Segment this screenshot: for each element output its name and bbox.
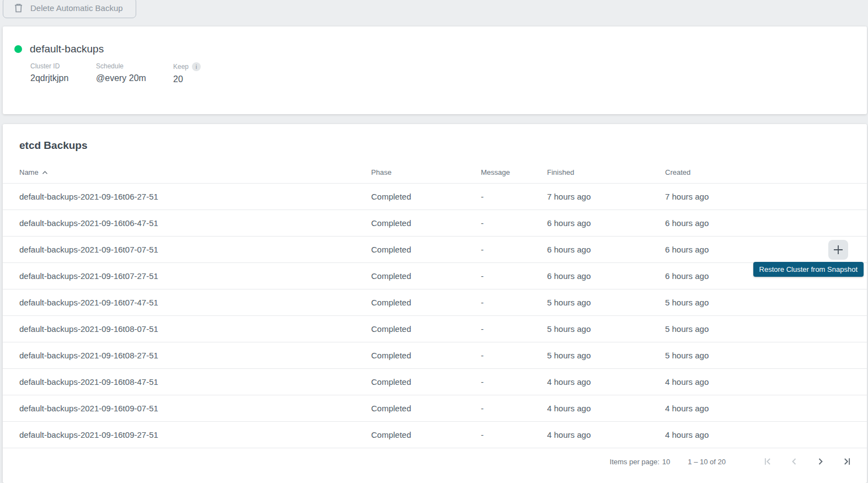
table-row: default-backups-2021-09-16t08-27-51 Comp… (3, 342, 867, 369)
chevron-right-icon (815, 456, 826, 467)
cell-phase: Completed (371, 298, 481, 307)
schedule-label: Schedule (96, 62, 124, 70)
cell-name: default-backups-2021-09-16t08-47-51 (19, 377, 371, 387)
items-per-page-label: Items per page: (610, 458, 660, 466)
cell-phase: Completed (371, 377, 481, 387)
cell-phase: Completed (371, 404, 481, 413)
column-header-phase[interactable]: Phase (371, 168, 481, 176)
table-body: default-backups-2021-09-16t06-27-51 Comp… (3, 184, 867, 448)
column-header-name[interactable]: Name (19, 168, 371, 176)
page-range-label: 1 – 10 of 20 (688, 458, 726, 466)
etcd-backups-title: etcd Backups (3, 124, 867, 152)
table-row: default-backups-2021-09-16t08-47-51 Comp… (3, 369, 867, 395)
column-header-created[interactable]: Created (665, 168, 867, 176)
table-row: default-backups-2021-09-16t07-27-51 Comp… (3, 263, 867, 289)
cluster-id-value: 2qdrjtkjpn (30, 73, 96, 83)
previous-page-button[interactable] (783, 450, 805, 473)
cell-created: 5 hours ago (665, 324, 867, 334)
cell-name: default-backups-2021-09-16t09-27-51 (19, 430, 371, 439)
cell-name: default-backups-2021-09-16t07-07-51 (19, 245, 371, 254)
cell-finished: 4 hours ago (547, 430, 665, 439)
table-header-row: Name Phase Message Finished Created (3, 162, 867, 184)
cell-finished: 4 hours ago (547, 377, 665, 387)
cell-created: 4 hours ago (665, 404, 867, 413)
table-row: default-backups-2021-09-16t08-07-51 Comp… (3, 316, 867, 342)
schedule-value: @every 20m (96, 73, 173, 83)
cell-name: default-backups-2021-09-16t08-07-51 (19, 324, 371, 334)
cell-name: default-backups-2021-09-16t06-27-51 (19, 192, 371, 201)
cell-created: 7 hours ago (665, 192, 867, 201)
cell-created: 4 hours ago (665, 430, 867, 439)
cell-created: 5 hours ago (665, 298, 867, 307)
cell-phase: Completed (371, 245, 481, 254)
cell-phase: Completed (371, 430, 481, 439)
column-header-finished[interactable]: Finished (547, 168, 665, 176)
restore-cluster-tooltip: Restore Cluster from Snapshot (753, 262, 864, 277)
cell-message: - (481, 298, 547, 307)
cell-message: - (481, 430, 547, 439)
table-row: default-backups-2021-09-16t06-27-51 Comp… (3, 184, 867, 210)
cell-message: - (481, 324, 547, 334)
restore-cluster-button[interactable] (828, 240, 848, 260)
etcd-backups-card: etcd Backups Name Phase Message Finished… (3, 124, 867, 483)
cell-name: default-backups-2021-09-16t09-07-51 (19, 404, 371, 413)
backup-config-header: default-backups (3, 26, 867, 55)
cell-message: - (481, 404, 547, 413)
cell-message: - (481, 351, 547, 360)
paginator: Items per page: 10 1 – 10 of 20 (3, 448, 867, 475)
chevron-left-icon (789, 456, 800, 467)
cluster-id-label: Cluster ID (30, 62, 60, 70)
cell-phase: Completed (371, 218, 481, 228)
plus-icon (833, 244, 844, 255)
delete-button-label: Delete Automatic Backup (30, 3, 123, 13)
column-header-message[interactable]: Message (481, 168, 547, 176)
cell-finished: 5 hours ago (547, 298, 665, 307)
cell-finished: 5 hours ago (547, 351, 665, 360)
status-dot (14, 45, 22, 53)
cell-phase: Completed (371, 324, 481, 334)
info-icon[interactable]: i (192, 62, 201, 71)
cell-name: default-backups-2021-09-16t08-27-51 (19, 351, 371, 360)
field-schedule: Schedule @every 20m (96, 62, 173, 84)
cell-created: 4 hours ago (665, 377, 867, 387)
cell-message: - (481, 192, 547, 201)
cell-name: default-backups-2021-09-16t07-47-51 (19, 298, 371, 307)
cell-finished: 6 hours ago (547, 218, 665, 228)
field-cluster-id: Cluster ID 2qdrjtkjpn (30, 62, 96, 84)
last-page-button[interactable] (836, 450, 858, 473)
cell-name: default-backups-2021-09-16t07-27-51 (19, 271, 371, 281)
table-row: default-backups-2021-09-16t07-47-51 Comp… (3, 289, 867, 316)
cell-message: - (481, 377, 547, 387)
table-row: default-backups-2021-09-16t07-07-51 Comp… (3, 237, 867, 263)
cell-created: 6 hours ago (665, 218, 867, 228)
backup-config-card: default-backups Cluster ID 2qdrjtkjpn Sc… (3, 26, 867, 114)
delete-automatic-backup-button[interactable]: Delete Automatic Backup (3, 0, 136, 18)
cell-phase: Completed (371, 351, 481, 360)
backup-config-fields: Cluster ID 2qdrjtkjpn Schedule @every 20… (3, 62, 867, 84)
cell-phase: Completed (371, 271, 481, 281)
cell-finished: 6 hours ago (547, 245, 665, 254)
table-row: default-backups-2021-09-16t09-27-51 Comp… (3, 422, 867, 448)
table-row: default-backups-2021-09-16t06-47-51 Comp… (3, 210, 867, 237)
field-keep: Keep i 20 (173, 62, 867, 84)
trash-icon (14, 3, 23, 13)
cell-finished: 5 hours ago (547, 324, 665, 334)
sort-asc-icon (42, 168, 48, 176)
items-per-page-select[interactable]: 10 (662, 458, 670, 466)
first-page-button[interactable] (757, 450, 779, 473)
cell-finished: 6 hours ago (547, 271, 665, 281)
cell-message: - (481, 218, 547, 228)
first-page-icon (762, 456, 773, 467)
cell-phase: Completed (371, 192, 481, 201)
cell-name: default-backups-2021-09-16t06-47-51 (19, 218, 371, 228)
table-row: default-backups-2021-09-16t09-07-51 Comp… (3, 395, 867, 422)
cell-message: - (481, 245, 547, 254)
keep-value: 20 (173, 74, 867, 84)
cell-finished: 4 hours ago (547, 404, 665, 413)
last-page-icon (842, 456, 853, 467)
cell-message: - (481, 271, 547, 281)
keep-label: Keep (173, 63, 189, 71)
cell-finished: 7 hours ago (547, 192, 665, 201)
next-page-button[interactable] (810, 450, 832, 473)
backup-config-name: default-backups (30, 43, 104, 55)
